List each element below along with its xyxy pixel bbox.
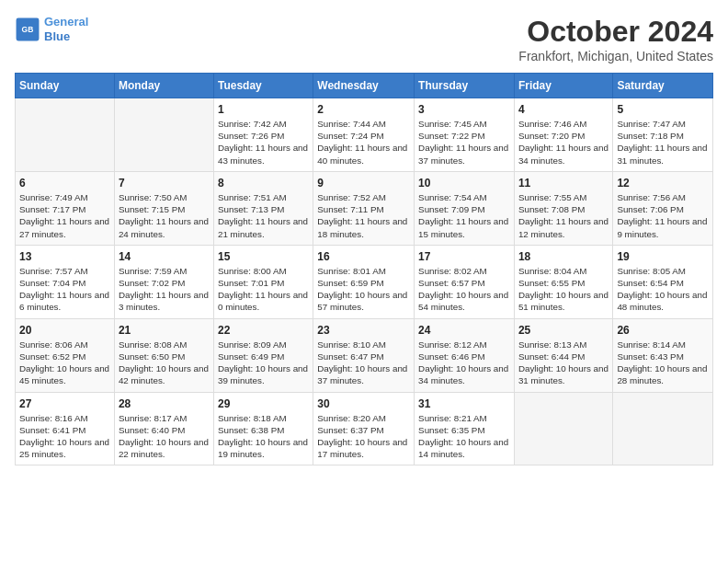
- day-number: 24: [418, 324, 510, 337]
- calendar-cell: 19Sunrise: 8:05 AMSunset: 6:54 PMDayligh…: [613, 245, 713, 318]
- day-number: 13: [19, 250, 110, 263]
- day-info: Sunrise: 7:44 AMSunset: 7:24 PMDaylight:…: [317, 118, 410, 167]
- calendar-cell: 10Sunrise: 7:54 AMSunset: 7:09 PMDayligh…: [415, 171, 515, 245]
- svg-text:GB: GB: [22, 25, 34, 34]
- day-number: 23: [317, 324, 410, 337]
- day-number: 1: [218, 103, 309, 116]
- calendar-cell: 15Sunrise: 8:00 AMSunset: 7:01 PMDayligh…: [213, 245, 313, 318]
- calendar-cell: 2Sunrise: 7:44 AMSunset: 7:24 PMDaylight…: [313, 98, 415, 172]
- calendar-week-row: 27Sunrise: 8:16 AMSunset: 6:41 PMDayligh…: [16, 392, 713, 465]
- weekday-row: SundayMondayTuesdayWednesdayThursdayFrid…: [16, 74, 713, 98]
- day-info: Sunrise: 7:46 AMSunset: 7:20 PMDaylight:…: [518, 118, 609, 167]
- day-info: Sunrise: 8:18 AMSunset: 6:38 PMDaylight:…: [218, 412, 309, 461]
- calendar-cell: [114, 98, 213, 172]
- calendar-cell: 5Sunrise: 7:47 AMSunset: 7:18 PMDaylight…: [613, 98, 713, 172]
- day-info: Sunrise: 8:12 AMSunset: 6:46 PMDaylight:…: [418, 339, 510, 387]
- weekday-header: Tuesday: [213, 74, 313, 98]
- calendar-cell: 17Sunrise: 8:02 AMSunset: 6:57 PMDayligh…: [415, 245, 515, 318]
- calendar-week-row: 13Sunrise: 7:57 AMSunset: 7:04 PMDayligh…: [16, 245, 713, 318]
- day-number: 17: [418, 250, 510, 263]
- day-info: Sunrise: 7:50 AMSunset: 7:15 PMDaylight:…: [119, 191, 210, 240]
- day-number: 29: [218, 397, 309, 410]
- calendar-body: 1Sunrise: 7:42 AMSunset: 7:26 PMDaylight…: [16, 98, 713, 465]
- day-info: Sunrise: 7:59 AMSunset: 7:02 PMDaylight:…: [119, 265, 210, 314]
- calendar-cell: 11Sunrise: 7:55 AMSunset: 7:08 PMDayligh…: [514, 171, 612, 245]
- day-number: 5: [617, 103, 709, 116]
- calendar-cell: 3Sunrise: 7:45 AMSunset: 7:22 PMDaylight…: [415, 98, 515, 172]
- day-info: Sunrise: 8:01 AMSunset: 6:59 PMDaylight:…: [317, 265, 410, 314]
- day-info: Sunrise: 8:02 AMSunset: 6:57 PMDaylight:…: [418, 265, 510, 314]
- title-block: October 2024 Frankfort, Michigan, United…: [518, 15, 713, 63]
- calendar-cell: 27Sunrise: 8:16 AMSunset: 6:41 PMDayligh…: [16, 392, 115, 465]
- day-info: Sunrise: 8:21 AMSunset: 6:35 PMDaylight:…: [418, 412, 510, 461]
- day-info: Sunrise: 7:56 AMSunset: 7:06 PMDaylight:…: [617, 191, 709, 240]
- day-number: 9: [317, 177, 410, 190]
- day-number: 6: [19, 177, 110, 190]
- day-info: Sunrise: 8:10 AMSunset: 6:47 PMDaylight:…: [317, 339, 410, 387]
- day-number: 30: [317, 397, 410, 410]
- weekday-header: Saturday: [613, 74, 713, 98]
- calendar-cell: 6Sunrise: 7:49 AMSunset: 7:17 PMDaylight…: [16, 171, 115, 245]
- day-number: 8: [218, 177, 309, 190]
- calendar-cell: [16, 98, 115, 172]
- day-number: 18: [518, 250, 609, 263]
- calendar-week-row: 6Sunrise: 7:49 AMSunset: 7:17 PMDaylight…: [16, 171, 713, 245]
- calendar-week-row: 20Sunrise: 8:06 AMSunset: 6:52 PMDayligh…: [16, 318, 713, 392]
- day-number: 3: [418, 103, 510, 116]
- weekday-header: Thursday: [415, 74, 515, 98]
- day-info: Sunrise: 7:45 AMSunset: 7:22 PMDaylight:…: [418, 118, 510, 167]
- calendar-cell: 9Sunrise: 7:52 AMSunset: 7:11 PMDaylight…: [313, 171, 415, 245]
- calendar-cell: 21Sunrise: 8:08 AMSunset: 6:50 PMDayligh…: [114, 318, 213, 392]
- day-info: Sunrise: 7:51 AMSunset: 7:13 PMDaylight:…: [218, 191, 309, 240]
- month-title: October 2024: [518, 15, 713, 49]
- calendar-cell: 22Sunrise: 8:09 AMSunset: 6:49 PMDayligh…: [213, 318, 313, 392]
- page-header: GB General Blue October 2024 Frankfort, …: [15, 15, 713, 63]
- calendar-cell: 31Sunrise: 8:21 AMSunset: 6:35 PMDayligh…: [415, 392, 515, 465]
- calendar-cell: 20Sunrise: 8:06 AMSunset: 6:52 PMDayligh…: [16, 318, 115, 392]
- day-number: 7: [119, 177, 210, 190]
- weekday-header: Sunday: [16, 74, 115, 98]
- day-number: 10: [418, 177, 510, 190]
- calendar-cell: 4Sunrise: 7:46 AMSunset: 7:20 PMDaylight…: [514, 98, 612, 172]
- day-number: 4: [518, 103, 609, 116]
- day-number: 12: [617, 177, 709, 190]
- calendar-cell: 7Sunrise: 7:50 AMSunset: 7:15 PMDaylight…: [114, 171, 213, 245]
- calendar-cell: 29Sunrise: 8:18 AMSunset: 6:38 PMDayligh…: [213, 392, 313, 465]
- calendar-table: SundayMondayTuesdayWednesdayThursdayFrid…: [15, 73, 713, 465]
- day-number: 20: [19, 324, 110, 337]
- weekday-header: Wednesday: [313, 74, 415, 98]
- day-info: Sunrise: 8:00 AMSunset: 7:01 PMDaylight:…: [218, 265, 309, 314]
- day-info: Sunrise: 8:16 AMSunset: 6:41 PMDaylight:…: [19, 412, 110, 461]
- calendar-cell: [514, 392, 612, 465]
- day-info: Sunrise: 7:57 AMSunset: 7:04 PMDaylight:…: [19, 265, 110, 314]
- day-info: Sunrise: 7:42 AMSunset: 7:26 PMDaylight:…: [218, 118, 309, 167]
- calendar-header: SundayMondayTuesdayWednesdayThursdayFrid…: [16, 74, 713, 98]
- calendar-cell: [613, 392, 713, 465]
- day-info: Sunrise: 8:04 AMSunset: 6:55 PMDaylight:…: [518, 265, 609, 314]
- day-number: 19: [617, 250, 709, 263]
- calendar-cell: 28Sunrise: 8:17 AMSunset: 6:40 PMDayligh…: [114, 392, 213, 465]
- day-info: Sunrise: 7:52 AMSunset: 7:11 PMDaylight:…: [317, 191, 410, 240]
- calendar-week-row: 1Sunrise: 7:42 AMSunset: 7:26 PMDaylight…: [16, 98, 713, 172]
- day-number: 16: [317, 250, 410, 263]
- day-info: Sunrise: 7:47 AMSunset: 7:18 PMDaylight:…: [617, 118, 709, 167]
- day-info: Sunrise: 8:05 AMSunset: 6:54 PMDaylight:…: [617, 265, 709, 314]
- day-number: 27: [19, 397, 110, 410]
- day-info: Sunrise: 8:20 AMSunset: 6:37 PMDaylight:…: [317, 412, 410, 461]
- logo-text: General Blue: [44, 15, 88, 43]
- calendar-cell: 16Sunrise: 8:01 AMSunset: 6:59 PMDayligh…: [313, 245, 415, 318]
- calendar-cell: 30Sunrise: 8:20 AMSunset: 6:37 PMDayligh…: [313, 392, 415, 465]
- logo-line1: General: [44, 15, 88, 29]
- calendar-cell: 23Sunrise: 8:10 AMSunset: 6:47 PMDayligh…: [313, 318, 415, 392]
- calendar-cell: 14Sunrise: 7:59 AMSunset: 7:02 PMDayligh…: [114, 245, 213, 318]
- day-info: Sunrise: 8:09 AMSunset: 6:49 PMDaylight:…: [218, 339, 309, 387]
- day-info: Sunrise: 8:14 AMSunset: 6:43 PMDaylight:…: [617, 339, 709, 387]
- calendar-cell: 12Sunrise: 7:56 AMSunset: 7:06 PMDayligh…: [613, 171, 713, 245]
- weekday-header: Monday: [114, 74, 213, 98]
- day-number: 14: [119, 250, 210, 263]
- calendar-cell: 8Sunrise: 7:51 AMSunset: 7:13 PMDaylight…: [213, 171, 313, 245]
- day-number: 22: [218, 324, 309, 337]
- calendar-cell: 26Sunrise: 8:14 AMSunset: 6:43 PMDayligh…: [613, 318, 713, 392]
- day-info: Sunrise: 8:08 AMSunset: 6:50 PMDaylight:…: [119, 339, 210, 387]
- day-number: 15: [218, 250, 309, 263]
